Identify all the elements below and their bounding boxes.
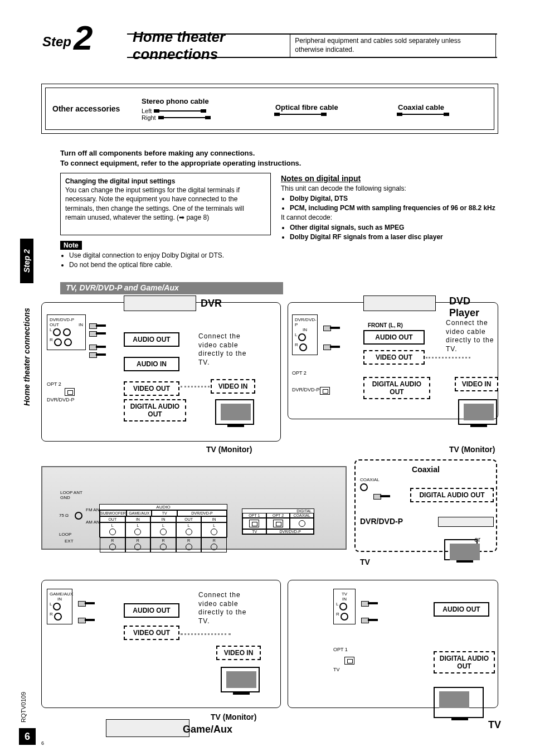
dvr-label: DVR [201, 298, 222, 309]
r-label: R [50, 337, 53, 347]
dvd-device-icon [363, 295, 436, 311]
rca-port-icon [109, 544, 116, 550]
rca-port-icon [53, 603, 61, 610]
warning-text: Turn off all components before making an… [60, 148, 495, 168]
rca-plug-icon [78, 601, 95, 605]
l: L [137, 524, 139, 527]
75ohm-label: 75 Ω [59, 513, 69, 518]
optical-port-icon [320, 387, 330, 395]
section-bar: TV, DVR/DVD-P and Game/Aux [60, 282, 283, 294]
notes-b2: PCM, including PCM with sampling frequen… [290, 203, 497, 213]
dotted-connector [426, 357, 470, 358]
l-label: L [50, 602, 52, 612]
audio-out-box: AUDIO OUT [363, 330, 425, 345]
in-label: IN [295, 327, 315, 332]
step-badge: Step 2 [42, 26, 93, 50]
rca-port-icon [54, 338, 62, 346]
stereo-label: Stereo phono cable [142, 97, 209, 105]
connect-text: Connect the video cable directly to the … [198, 591, 260, 626]
rca-port-icon [360, 483, 368, 491]
r: R [111, 539, 114, 542]
coaxial-label: COAXIAL [360, 477, 492, 482]
tv-icon [444, 539, 478, 560]
digital-heading: Changing the digital input settings [65, 177, 266, 186]
tv-port-title: TV [336, 592, 353, 597]
l-label: L [336, 602, 338, 612]
side-tab-step: Step 2 [20, 239, 33, 283]
r-label: R [336, 612, 339, 622]
dvrdvdp-device-icon [438, 517, 494, 527]
rca-plug-icon [373, 494, 390, 498]
dvd-port-title: DVR/DVD-P [295, 317, 315, 327]
coaxial-diagram: Coaxial COAXIAL DIGITAL AUDIO OUT DVR/DV… [354, 459, 497, 552]
l: L [162, 524, 164, 527]
coaxial-title: Coaxial [360, 465, 492, 474]
in-label: IN [125, 516, 151, 522]
tv-label-big: TV [488, 719, 501, 731]
rca-plug-icon [361, 618, 378, 622]
opt1-label: OPT 1 [333, 647, 348, 652]
title-band: Home theater connections Peripheral equi… [127, 33, 497, 58]
r: R [187, 539, 190, 542]
l: L [111, 524, 114, 527]
rca-port-icon [109, 529, 116, 535]
note-item-2: Do not bend the optical fibre cable. [69, 260, 271, 270]
notes-digital-input: Notes on digital input This unit can dec… [281, 173, 497, 243]
rca-port-icon [160, 529, 167, 535]
dvrdvdp-label: DVR/DVD-P [266, 529, 314, 534]
r: R [137, 539, 139, 542]
video-in-box: VIDEO IN [211, 379, 255, 394]
tv-label: TV [152, 510, 177, 516]
gameaux-label: Game/Aux [183, 724, 232, 735]
optical-port-icon [65, 388, 75, 396]
digital-audio-out-box: DIGITAL AUDIO OUT [410, 488, 494, 502]
r-label: R [295, 342, 298, 352]
dvd-label: DVD Player [449, 295, 499, 319]
dvrdvdp-label: DVR/DVD-P [47, 397, 75, 403]
tv-icon [215, 399, 254, 425]
tv-monitor-label: TV (Monitor) [206, 445, 252, 454]
in-label: IN [79, 322, 83, 327]
accessories-title: Other accessories [52, 104, 142, 113]
rca-port-icon [134, 529, 141, 535]
step-word: Step [42, 34, 71, 50]
video-out-box: VIDEO OUT [363, 350, 425, 365]
receiver-digital-ports: DIGITAL OPT 1 OPT 2 COAXIAL TV DVR/DVD-P [242, 508, 314, 535]
rca-port-icon [211, 529, 217, 535]
in-label: IN [336, 597, 353, 602]
rca-plug-icon [89, 323, 106, 328]
rca-port-icon [64, 338, 72, 346]
dotted-connector [181, 633, 231, 635]
warn-1: Turn off all components before making an… [60, 148, 495, 158]
r: R [213, 539, 216, 542]
opt2-label: OPT 2 [266, 513, 290, 518]
in-label: IN [201, 516, 227, 522]
video-in-box: VIDEO IN [455, 377, 498, 391]
audio-in-box: AUDIO IN [124, 357, 179, 371]
receiver-audio-ports: AUDIO SUBWOOFER GAME/AUX TV DVR/DVD-P OU… [99, 504, 227, 537]
notes-b1: Dolby Digital, DTS [290, 194, 497, 203]
tv-label: TV [242, 529, 266, 534]
rca-port-icon [54, 613, 62, 621]
digital-label: DIGITAL [242, 509, 314, 513]
rca-port-icon [211, 544, 217, 550]
rca-port-icon [63, 328, 71, 336]
coaxial-label: COAXIAL [290, 513, 314, 518]
notes-intro: This unit can decode the following signa… [281, 184, 497, 193]
rca-port-icon [186, 544, 192, 550]
subwoofer-label: SUBWOOFER [100, 510, 127, 516]
cable-icon [398, 114, 448, 115]
dvd-ports: DVR/DVD-P IN L R [292, 314, 318, 355]
r: R [162, 539, 164, 542]
step-number: 2 [74, 26, 93, 50]
audio-out-box: AUDIO OUT [124, 332, 179, 347]
dvrdvdp-label: DVR/DVD-P [177, 510, 227, 516]
rca-plug-icon [78, 618, 95, 622]
receiver-diagram: LOOP ANT GND 75 Ω FM ANT AM ANT LOOP EXT… [41, 466, 347, 550]
ext-label: EXT [65, 539, 74, 544]
cable-icon [159, 117, 210, 118]
l: L [213, 524, 215, 527]
audio-out-box: AUDIO OUT [124, 603, 179, 618]
opt2-label: OPT 2 [292, 370, 307, 376]
warn-2: To connect equipment, refer to the appro… [60, 158, 495, 168]
